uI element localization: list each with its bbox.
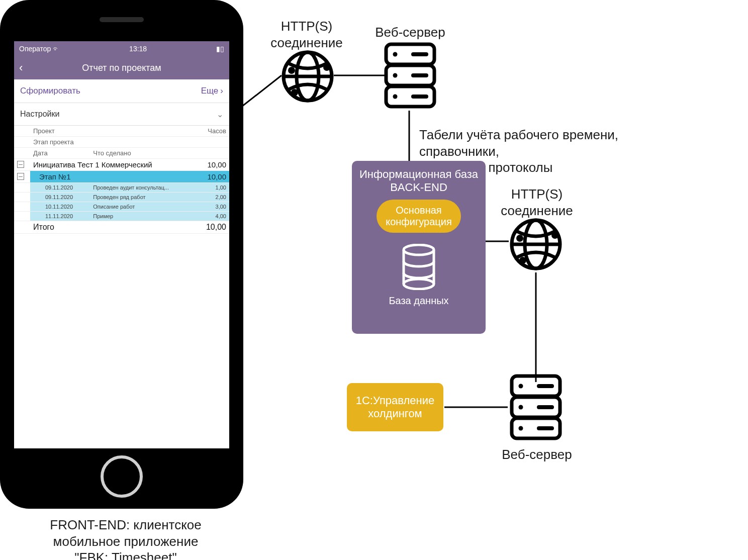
svg-point-26 (551, 232, 558, 239)
server-icon (509, 373, 563, 444)
table-header-2: Этап проекта (14, 137, 229, 148)
svg-point-28 (516, 235, 523, 242)
collapse-icon[interactable] (17, 161, 24, 168)
svg-point-9 (323, 64, 330, 71)
frontend-caption: FRONT-END: клиентское мобильное приложен… (20, 517, 231, 560)
row-stage[interactable]: Этап №1 10,00 (14, 171, 229, 183)
settings-label: Настройки (20, 110, 59, 119)
nav-bar: ‹ Отчет по проектам (14, 56, 229, 79)
server-icon (383, 41, 437, 113)
svg-point-32 (519, 384, 523, 389)
svg-point-10 (291, 89, 298, 96)
webserver-label-top: Веб-сервер (374, 24, 446, 41)
svg-point-21 (404, 245, 434, 255)
phone-device-frame: Оператор ᯤ 13:18 ▮▯ ‹ Отчет по проектам … (0, 0, 243, 509)
backend-box: Информационная база BACK-END Основная ко… (352, 161, 486, 334)
table-row[interactable]: 09.11.2020Проведен аудит консультац...1,… (14, 183, 229, 193)
table-header-3: ДатаЧто сделано (14, 148, 229, 159)
svg-rect-18 (411, 52, 428, 56)
svg-point-16 (393, 73, 398, 78)
generate-button[interactable]: Сформировать (20, 86, 80, 96)
phone-screen: Оператор ᯤ 13:18 ▮▯ ‹ Отчет по проектам … (14, 41, 229, 448)
svg-point-15 (393, 52, 398, 57)
webserver-label-bottom: Веб-сервер (501, 446, 573, 463)
holding-box: 1С:Управление холдингом (347, 383, 443, 431)
svg-rect-36 (537, 405, 554, 409)
page-title: Отчет по проектам (82, 63, 161, 73)
database-label: База данных (357, 295, 481, 307)
status-bar: Оператор ᯤ 13:18 ▮▯ (14, 41, 229, 56)
battery-icon: ▮▯ (216, 45, 224, 53)
row-project[interactable]: Инициатива Тест 1 Коммерческий 10,00 (14, 159, 229, 171)
backend-title: Информационная база BACK-END (357, 168, 481, 195)
database-icon (357, 244, 481, 292)
table-row[interactable]: 09.11.2020Проведен ряд работ2,00 (14, 193, 229, 202)
svg-point-11 (288, 67, 295, 74)
table-header-1: ПроектЧасов (14, 126, 229, 137)
svg-point-22 (404, 279, 434, 289)
home-button[interactable] (101, 455, 143, 498)
globe-icon (279, 48, 336, 107)
http-label-right: HTTP(S) соединение (497, 186, 577, 219)
chevron-right-icon: › (220, 86, 223, 96)
status-carrier: Оператор ᯤ (19, 45, 60, 53)
architecture-diagram: Оператор ᯤ 13:18 ▮▯ ‹ Отчет по проектам … (0, 0, 748, 560)
globe-icon (508, 216, 564, 274)
more-button[interactable]: Еще› (201, 86, 223, 96)
svg-rect-35 (537, 384, 554, 388)
svg-rect-20 (411, 95, 428, 99)
status-time: 13:18 (129, 45, 147, 53)
report-toolbar: Сформировать Еще› (14, 79, 229, 103)
row-total: Итого10,00 (14, 221, 229, 234)
http-label-top: HTTP(S) соединение (266, 18, 347, 51)
svg-rect-37 (537, 426, 554, 430)
svg-rect-19 (411, 73, 428, 77)
back-button[interactable]: ‹ (19, 56, 23, 79)
collapse-icon[interactable] (17, 173, 24, 180)
svg-point-27 (519, 257, 526, 264)
report-table: ПроектЧасов Этап проекта ДатаЧто сделано… (14, 126, 229, 234)
table-row[interactable]: 11.11.2020Пример4,00 (14, 212, 229, 221)
phone-speaker (100, 17, 144, 22)
wifi-icon: ᯤ (53, 45, 60, 53)
svg-point-17 (393, 95, 398, 99)
settings-row[interactable]: Настройки ⌄ (14, 103, 229, 126)
backend-config-chip: Основная конфигурация (377, 200, 461, 233)
chevron-down-icon: ⌄ (217, 110, 223, 119)
svg-point-33 (519, 405, 523, 410)
table-row[interactable]: 10.11.2020Описание работ3,00 (14, 202, 229, 212)
svg-point-34 (519, 426, 523, 431)
